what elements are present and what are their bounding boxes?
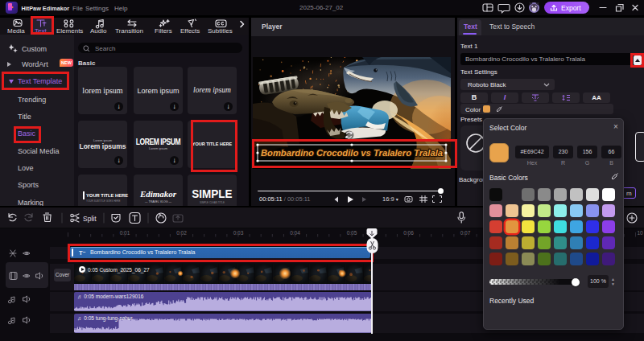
svg-text:10: 10 (637, 230, 643, 236)
svg-text:Export: Export (561, 4, 581, 12)
svg-text:Split: Split (83, 215, 97, 223)
